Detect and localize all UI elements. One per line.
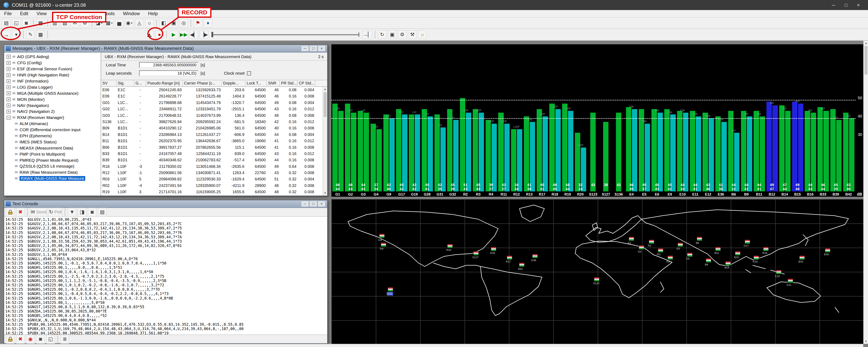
expand-icon[interactable]: + — [6, 85, 11, 89]
column-header-cp-std[interactable]: CP Std... — [298, 80, 315, 86]
deviation-map-view-button[interactable]: ◬ — [135, 19, 144, 28]
expand-icon[interactable]: + — [6, 55, 11, 59]
scroll-thumb[interactable] — [324, 92, 327, 117]
table-row[interactable]: E09E1C-26149228.77137415125.481404.36450… — [101, 93, 322, 99]
tree-item-nav2-navigation-2[interactable]: +✉NAV2 (Navigation 2) — [4, 108, 101, 115]
save-console-button[interactable]: ◙ — [88, 208, 97, 217]
column-header-snr[interactable]: SNR — [267, 80, 280, 86]
collapse-icon[interactable]: − — [6, 115, 11, 120]
playback-slider-thumb[interactable] — [211, 32, 213, 37]
expand-icon[interactable]: + — [6, 73, 11, 77]
column-header-pseudo-range-m[interactable]: Pseudo Range [m] — [146, 80, 183, 86]
expand-icon[interactable]: + — [6, 91, 11, 95]
value-tracking-button[interactable]: ▦ — [36, 30, 45, 39]
tree-item-qzssl6-qzss-l6-message[interactable]: ✉QZSSL6 (QZSS L6 message) — [4, 163, 101, 169]
table-vertical-scrollbar[interactable]: ▲ ▼ — [322, 87, 327, 196]
console-options-button[interactable]: ▤ — [98, 208, 107, 217]
console-menu-button[interactable]: ≣ — [60, 335, 69, 344]
expand-icon[interactable]: + — [6, 67, 11, 71]
table-row[interactable]: G03L1C...-21700648.51114037673.99136.464… — [101, 112, 322, 119]
save-log-button[interactable]: ◙ — [22, 19, 31, 28]
sky-view-button[interactable]: ☼ — [145, 19, 154, 28]
tree-item-cfg-config[interactable]: +✉CFG (Config) — [4, 60, 101, 66]
tree-item-aid-gps-aiding[interactable]: +✉AID (GPS Aiding) — [4, 54, 101, 60]
map-view-button[interactable]: ◉▾ — [125, 19, 134, 28]
table-row[interactable]: B11B1D1-26202370.95136442636.67-3865.019… — [101, 138, 322, 144]
table-row[interactable]: R03L10F520984099.82112329530.33-1629.464… — [101, 176, 322, 182]
messages-maximize-button[interactable]: □ — [309, 45, 317, 51]
table-row[interactable]: B33B1D1-24167057.48125844211.19839.06450… — [101, 151, 322, 157]
table-row[interactable]: R02L10F-424237491.94129335900.07-4211.92… — [101, 182, 322, 189]
table-row[interactable]: S136L1C...-39827626.94209295592.24-581.5… — [101, 119, 322, 125]
column-header-g[interactable]: G... — [134, 80, 146, 86]
tree-item-rawx-multi-gnss-raw-measure[interactable]: ✉RAWX (Multi-GNSS Raw Measure — [4, 175, 101, 181]
autolock-button[interactable] — [6, 208, 15, 217]
scroll-up-arrow[interactable]: ▲ — [323, 87, 327, 92]
messages-minimize-button[interactable]: ─ — [301, 45, 309, 51]
compass-tool-button[interactable]: ♦ — [204, 19, 212, 28]
google-earth-view-button[interactable]: ◎ — [179, 19, 188, 28]
new-file-button[interactable]: ▤ — [2, 19, 11, 28]
screenshot-button[interactable]: ▣ — [388, 30, 397, 39]
nmea-console-output[interactable]: 14:52:25 $GLGSV,1,1,01,69,00,235,,0*4314… — [4, 217, 327, 335]
filter-button[interactable]: ▼ — [68, 208, 76, 217]
table-row[interactable]: B39B1D1-40340348.62210062783.62-517.4645… — [101, 157, 322, 163]
open-log-button[interactable]: ◱ — [12, 19, 21, 28]
expand-icon[interactable]: + — [6, 103, 11, 107]
console-minimize-button[interactable]: ─ — [301, 201, 309, 207]
autolock-button[interactable] — [6, 335, 15, 344]
expand-icon[interactable]: + — [6, 61, 11, 65]
tree-item-mon-monitor[interactable]: +✉MON (Monitor) — [4, 96, 101, 102]
highlight-button[interactable]: ◉ — [26, 335, 35, 344]
loop-playback-button[interactable]: ↻ — [378, 30, 386, 39]
play-log-button[interactable]: ▶ — [169, 30, 178, 39]
messages-close-button[interactable]: × — [318, 45, 326, 51]
console-close-button[interactable]: × — [318, 201, 326, 207]
clear-console-button[interactable]: ✖ — [16, 335, 25, 344]
table-row[interactable]: E06E1C-25041245.83131592633.73203.664500… — [101, 87, 322, 93]
step-forward-button[interactable]: ▕▶ — [199, 30, 208, 39]
tree-item-measx-measurement-data[interactable]: ✉MEASX (Measurement Data) — [4, 145, 101, 151]
tree-item-nav-navigation[interactable]: +✉NAV (Navigation) — [4, 102, 101, 108]
scroll-thumb[interactable] — [864, 46, 867, 74]
tree-item-rxm-receiver-manager[interactable]: −✉RXM (Receiver Manager) — [4, 115, 101, 121]
messages-window-titlebar[interactable]: Messages - UBX - RXM (Receiver Manager) … — [4, 45, 327, 53]
send-message-button[interactable]: ✉Send — [30, 208, 47, 217]
open-console-log-button[interactable]: ◱ — [46, 335, 55, 344]
table-row[interactable]: B06B1D1-39917837.27207862655.56115.16450… — [101, 144, 322, 151]
menu-edit[interactable]: Edit — [16, 11, 32, 16]
tree-item-mga-multiple-gnss-assistance[interactable]: +✉MGA (Multiple GNSS Assistance) — [4, 90, 101, 96]
about-button[interactable]: ☼ — [418, 30, 427, 39]
table-row[interactable]: G01L1C...-21796898.68114543474.79-1320.7… — [101, 100, 322, 106]
close-button[interactable]: × — [857, 2, 860, 8]
tree-item-eph-ephemeris[interactable]: ✉EPH (Ephemeris) — [4, 133, 101, 139]
table-row[interactable]: R19L10F321714701.16116159005.251655.6645… — [101, 189, 322, 195]
column-header-sv[interactable]: SV — [101, 80, 117, 86]
table-row[interactable]: R18L10F-321178350.02113051468.34-2635.66… — [101, 164, 322, 170]
menu-view[interactable]: View — [32, 11, 51, 16]
column-header-carrier-phase-c[interactable]: Carrier Phase [c... — [183, 80, 222, 86]
scroll-up-arrow[interactable]: ▲ — [864, 41, 868, 45]
tree-item-alm-almanac[interactable]: ✉ALM (Almanac) — [4, 121, 101, 127]
menu-file[interactable]: File — [0, 11, 16, 16]
edit-hotkeys-button[interactable]: ✎ — [26, 30, 35, 39]
table-row[interactable]: R12L10F-125090861.56134030871.411263.422… — [101, 170, 322, 176]
flag-tool-button[interactable]: ⚑ — [193, 19, 203, 28]
table-row[interactable]: B14B1D1-23286984.13121261437.27-606.9645… — [101, 132, 322, 138]
tree-item-cor-differential-correction-in[interactable]: ✉COR (Differential correction input — [4, 127, 101, 133]
tree-item-imes-imes-status[interactable]: ✉IMES (IMES Status) — [4, 139, 101, 145]
save-console-button[interactable]: ◙ — [36, 335, 45, 344]
console-maximize-button[interactable]: □ — [309, 201, 317, 207]
table-row[interactable]: B09B1D1-40410290.12210426985.06561.06450… — [101, 125, 322, 131]
menu-help[interactable]: Help — [144, 11, 162, 16]
expand-icon[interactable]: + — [6, 79, 11, 83]
column-header-sig[interactable]: Sig. — [117, 80, 134, 86]
tree-item-raw-raw-measurement-data[interactable]: ✉RAW (Raw Measurement Data) — [4, 169, 101, 175]
column-header-pr-std[interactable]: PR Std... — [280, 80, 298, 86]
workspace-vertical-scrollbar[interactable]: ▲ ▼ — [863, 41, 868, 344]
print-button[interactable]: ▦ — [36, 19, 45, 28]
tree-item-inf-information[interactable]: +✉INF (Information) — [4, 78, 101, 84]
skip-to-end-button[interactable]: →▏ — [362, 30, 372, 39]
console-window-titlebar[interactable]: Text Console ─ □ × — [4, 200, 327, 208]
tree-item-pmreq-power-mode-request[interactable]: ✉PMREQ (Power Mode Request) — [4, 157, 101, 163]
